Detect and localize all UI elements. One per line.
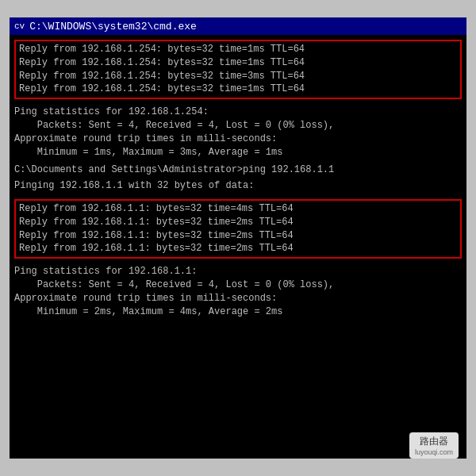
pinging2: Pinging 192.168.1.1 with 32 bytes of dat…	[14, 179, 462, 193]
ping2-approx: Approximate round trip times in milli-se…	[14, 292, 462, 305]
ping2-replies-box: Reply from 192.168.1.1: bytes=32 time=4m…	[14, 199, 462, 259]
ping2-reply-2: Reply from 192.168.1.1: bytes=32 time=2m…	[19, 216, 457, 229]
ping2-packets: Packets: Sent = 4, Received = 4, Lost = …	[14, 278, 462, 292]
ping1-reply-1: Reply from 192.168.1.254: bytes=32 time=…	[19, 43, 457, 56]
watermark-subtext: luyouqi.com	[415, 448, 453, 456]
ping1-reply-3: Reply from 192.168.1.254: bytes=32 time=…	[19, 70, 457, 83]
ping1-packets: Packets: Sent = 4, Received = 4, Lost = …	[14, 119, 462, 132]
title-bar: cv C:\WINDOWS\system32\cmd.exe	[10, 17, 466, 35]
watermark-text: 路由器	[415, 435, 453, 448]
ping1-approx: Approximate round trip times in milli-se…	[14, 132, 462, 146]
watermark: 路由器 luyouqi.com	[409, 432, 459, 459]
terminal-body[interactable]: Reply from 192.168.1.254: bytes=32 time=…	[10, 35, 466, 459]
ping1-reply-4: Reply from 192.168.1.254: bytes=32 time=…	[19, 83, 457, 96]
ping2-minmax: Minimum = 2ms, Maximum = 4ms, Average = …	[14, 305, 462, 319]
ping2-reply-4: Reply from 192.168.1.1: bytes=32 time=2m…	[19, 242, 457, 255]
ping2-reply-3: Reply from 192.168.1.1: bytes=32 time=2m…	[19, 229, 457, 243]
ping1-reply-2: Reply from 192.168.1.254: bytes=32 time=…	[19, 56, 457, 70]
ping1-minmax: Minimum = 1ms, Maximum = 3ms, Average = …	[14, 146, 462, 159]
ping2-reply-1: Reply from 192.168.1.1: bytes=32 time=4m…	[19, 202, 457, 216]
cmd-window: cv C:\WINDOWS\system32\cmd.exe Reply fro…	[8, 16, 468, 460]
ping1-stats-header: Ping statistics for 192.168.1.254:	[14, 106, 462, 119]
command2: C:\Documents and Settings\Administrator>…	[14, 163, 462, 177]
ping1-replies-box: Reply from 192.168.1.254: bytes=32 time=…	[14, 40, 462, 99]
ping2-stats-header: Ping statistics for 192.168.1.1:	[14, 265, 462, 278]
window-title: C:\WINDOWS\system32\cmd.exe	[29, 21, 197, 33]
cmd-icon: cv	[14, 21, 25, 31]
